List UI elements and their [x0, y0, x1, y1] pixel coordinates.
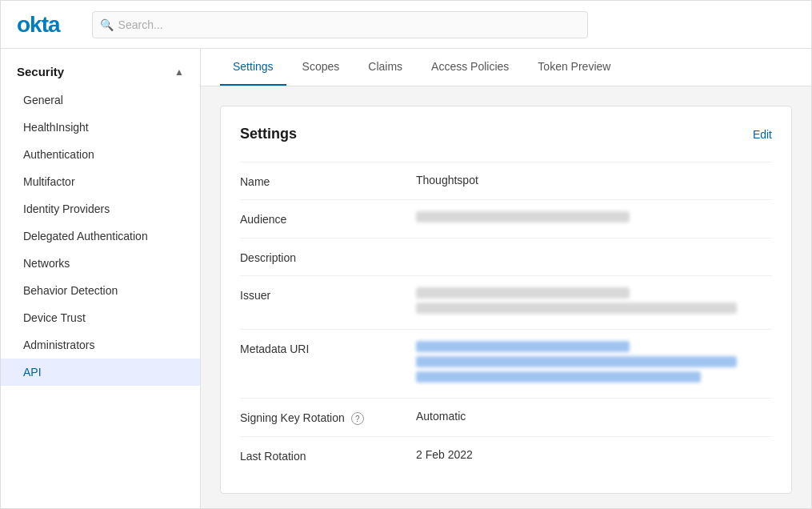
sidebar-item-general[interactable]: General [1, 86, 200, 114]
help-icon[interactable]: ? [351, 412, 364, 425]
settings-card-header: Settings Edit [240, 126, 772, 142]
tab-token-preview[interactable]: Token Preview [525, 49, 623, 86]
settings-label-metadata-uri: Metadata URI [240, 341, 416, 355]
search-icon: 🔍 [100, 18, 114, 31]
search-container: 🔍 [92, 11, 588, 38]
settings-value-signing-key-rotation: Automatic [416, 410, 772, 423]
app-container: okta 🔍 Security ▲ General HealthInsight … [0, 0, 812, 509]
header: okta 🔍 [1, 1, 811, 49]
settings-label-description: Description [240, 250, 416, 264]
settings-value-metadata-uri [416, 341, 772, 387]
settings-label-last-rotation: Last Rotation [240, 448, 416, 463]
content-area: Settings Edit Name Thoughtspot Audience [201, 86, 811, 508]
settings-card: Settings Edit Name Thoughtspot Audience [220, 106, 792, 494]
settings-row-signing-key-rotation: Signing Key Rotation ? Automatic [240, 398, 772, 436]
tab-scopes[interactable]: Scopes [290, 49, 353, 86]
search-input[interactable] [92, 11, 588, 38]
edit-button[interactable]: Edit [753, 128, 772, 141]
settings-row-description: Description [240, 238, 772, 275]
sidebar-item-healthinsight[interactable]: HealthInsight [1, 114, 200, 141]
tab-settings[interactable]: Settings [220, 49, 286, 86]
sidebar-item-delegated-authentication[interactable]: Delegated Authentication [1, 222, 200, 250]
tab-claims[interactable]: Claims [355, 49, 415, 86]
sidebar-item-device-trust[interactable]: Device Trust [1, 304, 200, 331]
sidebar-item-networks[interactable]: Networks [1, 250, 200, 277]
body: Security ▲ General HealthInsight Authent… [1, 49, 811, 508]
sidebar-item-administrators[interactable]: Administrators [1, 331, 200, 359]
settings-label-name: Name [240, 174, 416, 188]
main-content: Settings Scopes Claims Access Policies T… [201, 49, 811, 508]
settings-row-issuer: Issuer [240, 275, 772, 329]
settings-row-last-rotation: Last Rotation 2 Feb 2022 [240, 436, 772, 474]
settings-label-signing-key-rotation: Signing Key Rotation ? [240, 410, 416, 425]
settings-value-issuer [416, 287, 772, 318]
sidebar-item-identity-providers[interactable]: Identity Providers [1, 195, 200, 222]
chevron-up-icon: ▲ [174, 66, 184, 78]
settings-value-audience [416, 211, 772, 226]
settings-label-issuer: Issuer [240, 287, 416, 302]
logo-text: okta [17, 12, 60, 38]
settings-label-audience: Audience [240, 211, 416, 226]
sidebar-item-multifactor[interactable]: Multifactor [1, 168, 200, 195]
logo: okta [17, 12, 60, 38]
sidebar-section-label: Security [17, 65, 64, 78]
settings-row-metadata-uri: Metadata URI [240, 329, 772, 398]
sidebar-item-api[interactable]: API [1, 359, 200, 386]
sidebar-item-behavior-detection[interactable]: Behavior Detection [1, 277, 200, 304]
sidebar: Security ▲ General HealthInsight Authent… [1, 49, 201, 508]
tabs-bar: Settings Scopes Claims Access Policies T… [201, 49, 811, 86]
settings-row-name: Name Thoughtspot [240, 162, 772, 199]
settings-title: Settings [240, 126, 297, 142]
settings-row-audience: Audience [240, 199, 772, 238]
tab-access-policies[interactable]: Access Policies [418, 49, 522, 86]
sidebar-item-authentication[interactable]: Authentication [1, 141, 200, 168]
settings-value-name: Thoughtspot [416, 174, 772, 186]
sidebar-section-security[interactable]: Security ▲ [1, 57, 200, 86]
settings-value-last-rotation: 2 Feb 2022 [416, 448, 772, 461]
